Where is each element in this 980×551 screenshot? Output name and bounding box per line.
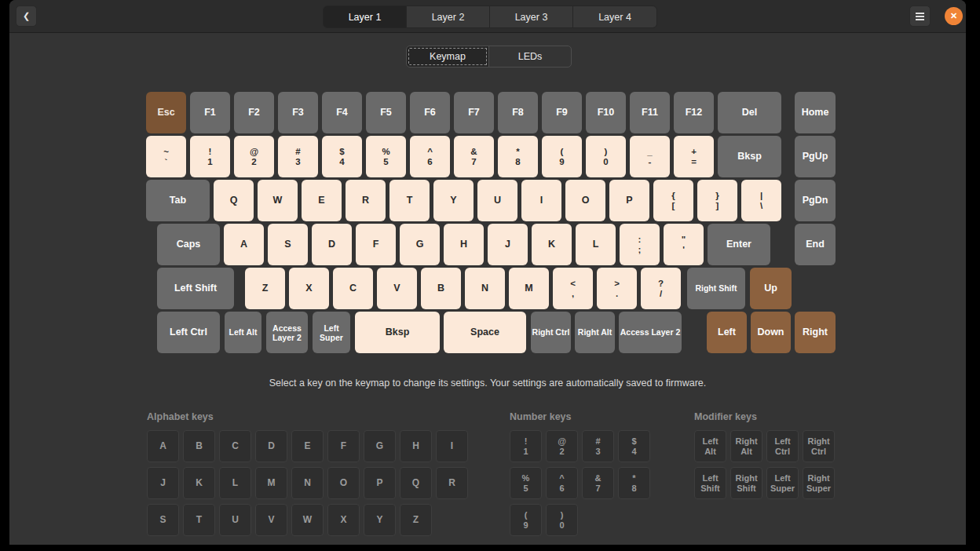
picker-key-x[interactable]: X <box>327 504 360 536</box>
key-4[interactable]: $4 <box>322 136 362 177</box>
picker-key-7[interactable]: &7 <box>582 467 614 499</box>
picker-key-k[interactable]: K <box>183 467 215 499</box>
key-0[interactable]: )0 <box>586 136 626 177</box>
key-z[interactable]: Z <box>245 268 285 309</box>
key-comma[interactable]: <, <box>553 268 593 309</box>
picker-key-left-ctrl[interactable]: LeftCtrl <box>766 430 799 462</box>
picker-key-b[interactable]: B <box>183 430 215 462</box>
picker-key-z[interactable]: Z <box>400 504 432 536</box>
key-f[interactable]: F <box>356 224 396 265</box>
picker-key-1[interactable]: !1 <box>510 430 542 462</box>
picker-key-j[interactable]: J <box>147 467 179 499</box>
key-g[interactable]: G <box>400 224 440 265</box>
key-7[interactable]: &7 <box>454 136 494 177</box>
key-u[interactable]: U <box>477 180 517 221</box>
picker-key-p[interactable]: P <box>364 467 396 499</box>
picker-key-left-shift[interactable]: LeftShift <box>694 467 726 499</box>
picker-key-6[interactable]: ^6 <box>546 467 578 499</box>
key-left-alt[interactable]: Left Alt <box>225 312 261 353</box>
picker-key-9[interactable]: (9 <box>510 504 542 536</box>
key-access-layer-2-right[interactable]: Access Layer 2 <box>619 312 682 353</box>
key-6[interactable]: ^6 <box>410 136 450 177</box>
key-left[interactable]: Left <box>707 312 747 353</box>
picker-key-2[interactable]: @2 <box>546 430 578 462</box>
key-b[interactable]: B <box>421 268 461 309</box>
key-t[interactable]: T <box>389 180 430 221</box>
key-w[interactable]: W <box>258 180 298 221</box>
key-d[interactable]: D <box>312 224 352 265</box>
picker-key-w[interactable]: W <box>291 504 324 536</box>
picker-key-3[interactable]: #3 <box>582 430 614 462</box>
key-access-layer-2-left[interactable]: AccessLayer 2 <box>266 312 308 353</box>
picker-key-left-super[interactable]: LeftSuper <box>766 467 799 499</box>
picker-key-v[interactable]: V <box>255 504 287 536</box>
key-1[interactable]: !1 <box>190 136 230 177</box>
key-semicolon[interactable]: :; <box>620 224 660 265</box>
key-f7[interactable]: F7 <box>454 92 494 133</box>
picker-key-d[interactable]: D <box>255 430 287 462</box>
key-enter[interactable]: Enter <box>708 224 770 265</box>
key-k[interactable]: K <box>532 224 572 265</box>
key-slash[interactable]: ?/ <box>641 268 681 309</box>
key-minus[interactable]: _- <box>630 136 670 177</box>
key-r[interactable]: R <box>346 180 386 221</box>
picker-key-f[interactable]: F <box>327 430 360 462</box>
key-right-shift[interactable]: Right Shift <box>687 268 745 309</box>
key-caps[interactable]: Caps <box>157 224 220 265</box>
picker-key-g[interactable]: G <box>364 430 396 462</box>
key-f2[interactable]: F2 <box>234 92 274 133</box>
key-bracket-left[interactable]: {[ <box>653 180 693 221</box>
picker-key-r[interactable]: R <box>436 467 468 499</box>
key-right-ctrl[interactable]: Right Ctrl <box>531 312 571 353</box>
key-x[interactable]: X <box>289 268 329 309</box>
key-s[interactable]: S <box>268 224 308 265</box>
key-home[interactable]: Home <box>795 92 836 133</box>
picker-key-0[interactable]: )0 <box>546 504 578 536</box>
key-v[interactable]: V <box>377 268 417 309</box>
key-period[interactable]: >. <box>597 268 637 309</box>
key-y[interactable]: Y <box>433 180 474 221</box>
picker-key-i[interactable]: I <box>436 430 468 462</box>
key-left-super[interactable]: LeftSuper <box>313 312 350 353</box>
picker-key-right-alt[interactable]: RightAlt <box>730 430 762 462</box>
key-left-shift[interactable]: Left Shift <box>157 268 234 309</box>
picker-key-s[interactable]: S <box>147 504 179 536</box>
key-down[interactable]: Down <box>751 312 791 353</box>
key-5[interactable]: %5 <box>366 136 406 177</box>
picker-key-m[interactable]: M <box>255 467 287 499</box>
picker-key-t[interactable]: T <box>183 504 215 536</box>
picker-key-o[interactable]: O <box>327 467 360 499</box>
key-j[interactable]: J <box>488 224 528 265</box>
key-left-ctrl[interactable]: Left Ctrl <box>157 312 220 353</box>
key-quote[interactable]: "' <box>664 224 704 265</box>
picker-key-left-alt[interactable]: LeftAlt <box>694 430 726 462</box>
key-f11[interactable]: F11 <box>630 92 670 133</box>
key-f8[interactable]: F8 <box>498 92 538 133</box>
key-m[interactable]: M <box>509 268 549 309</box>
key-f5[interactable]: F5 <box>366 92 406 133</box>
key-8[interactable]: *8 <box>498 136 538 177</box>
key-end[interactable]: End <box>795 224 836 265</box>
key-pgup[interactable]: PgUp <box>795 136 836 177</box>
key-tab[interactable]: Tab <box>146 180 210 221</box>
key-h[interactable]: H <box>444 224 484 265</box>
key-right[interactable]: Right <box>795 312 836 353</box>
key-bksp[interactable]: Bksp <box>718 136 781 177</box>
key-l[interactable]: L <box>576 224 616 265</box>
key-bksp-center[interactable]: Bksp <box>355 312 440 353</box>
key-a[interactable]: A <box>224 224 264 265</box>
key-p[interactable]: P <box>609 180 649 221</box>
key-f9[interactable]: F9 <box>542 92 582 133</box>
picker-key-h[interactable]: H <box>400 430 432 462</box>
key-up[interactable]: Up <box>750 268 792 309</box>
key-q[interactable]: Q <box>214 180 254 221</box>
key-f1[interactable]: F1 <box>190 92 230 133</box>
key-e[interactable]: E <box>302 180 342 221</box>
key-f12[interactable]: F12 <box>674 92 714 133</box>
key-n[interactable]: N <box>465 268 505 309</box>
key-f10[interactable]: F10 <box>586 92 626 133</box>
key-f4[interactable]: F4 <box>322 92 362 133</box>
key-c[interactable]: C <box>333 268 373 309</box>
picker-key-right-ctrl[interactable]: RightCtrl <box>803 430 835 462</box>
key-f3[interactable]: F3 <box>278 92 318 133</box>
